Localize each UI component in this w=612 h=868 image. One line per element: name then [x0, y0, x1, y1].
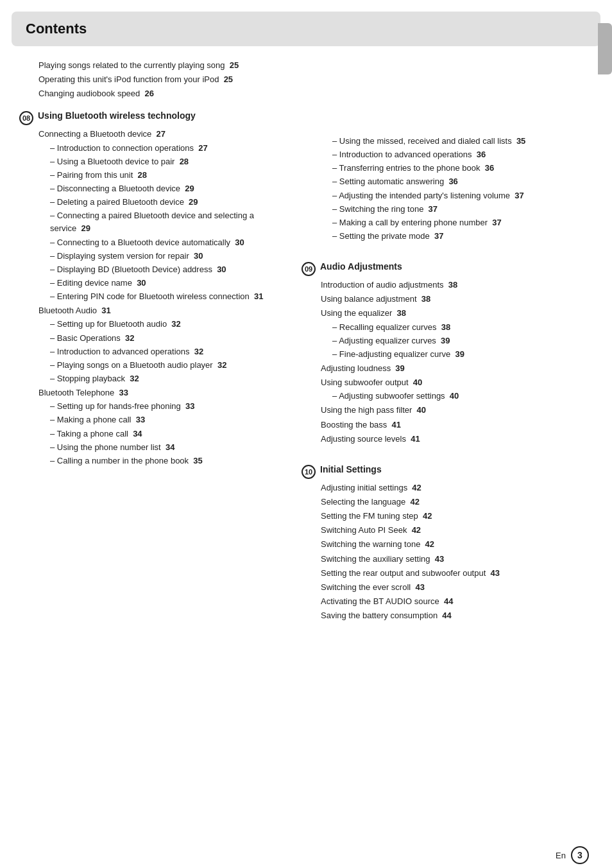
list-item: Adjusting source levels 41: [321, 433, 584, 446]
list-item: Operating this unit's iPod function from…: [38, 73, 276, 86]
list-item: Bluetooth Audio 31: [38, 304, 276, 317]
footer-lang: En: [556, 851, 566, 860]
col-right: Using the missed, received and dialed ca…: [295, 58, 584, 623]
list-item: Adjusting the intended party's listening…: [332, 189, 584, 202]
list-item: Setting the FM tuning step 42: [321, 510, 584, 523]
list-item: Switching the auxiliary setting 43: [321, 553, 584, 566]
list-item: Stopping playback 32: [50, 372, 276, 385]
content-area: Playing songs related to the currently p…: [0, 46, 612, 642]
list-item: Switching the ring tone 37: [332, 203, 584, 216]
list-item: Playing songs related to the currently p…: [38, 59, 276, 72]
list-item: Introduction to advanced operations 32: [50, 345, 276, 358]
list-item: Bluetooth Telephone 33: [38, 386, 276, 399]
list-item: Connecting a Bluetooth device 27: [38, 128, 276, 141]
section-08-right-entries: Using the missed, received and dialed ca…: [302, 135, 584, 243]
section-number-09: 09: [302, 262, 316, 276]
footer-page: 3: [571, 846, 589, 864]
header: Contents: [12, 12, 600, 46]
list-item: Using the phone number list 34: [50, 441, 276, 454]
section-header-10: 10 Initial Settings: [302, 464, 584, 479]
list-item: Using subwoofer output 40: [321, 376, 584, 389]
section-08-entries: Connecting a Bluetooth device 27 Introdu…: [19, 128, 276, 467]
section-title-09: Audio Adjustments: [320, 261, 402, 272]
section-title-08: Using Bluetooth wireless technology: [38, 110, 196, 121]
section-number-08: 08: [19, 111, 33, 125]
list-item: Connecting a paired Bluetooth device and…: [50, 209, 276, 235]
list-item: Using balance adjustment 38: [321, 293, 584, 306]
list-item: Introduction to advanced operations 36: [332, 148, 584, 161]
list-item: Using a Bluetooth device to pair 28: [50, 155, 276, 168]
list-item: Recalling equalizer curves 38: [332, 321, 584, 334]
list-item: Switching Auto PI Seek 42: [321, 524, 584, 537]
list-item: Activating the BT AUDIO source 44: [321, 595, 584, 608]
list-item: Setting automatic answering 36: [332, 175, 584, 188]
list-item: Using the high pass filter 40: [321, 404, 584, 417]
list-item: Entering PIN code for Bluetooth wireless…: [50, 290, 276, 303]
list-item: Saving the battery consumption 44: [321, 609, 584, 622]
list-item: Playing songs on a Bluetooth audio playe…: [50, 359, 276, 372]
section-header-08: 08 Using Bluetooth wireless technology: [19, 110, 276, 125]
list-item: Adjusting subwoofer settings 40: [332, 390, 584, 403]
list-item: Using the equalizer 38: [321, 307, 584, 320]
list-item: Setting up for hands-free phoning 33: [50, 400, 276, 413]
section-header-09: 09 Audio Adjustments: [302, 261, 584, 276]
section-title-10: Initial Settings: [320, 464, 382, 474]
list-item: Basic Operations 32: [50, 332, 276, 345]
list-item: Changing audiobook speed 26: [38, 87, 276, 100]
right-tab-decoration: [598, 23, 612, 74]
list-item: Selecting the language 42: [321, 496, 584, 508]
list-item: Fine-adjusting equalizer curve 39: [332, 348, 584, 361]
list-item: Boosting the bass 41: [321, 419, 584, 431]
list-item: Transferring entries to the phone book 3…: [332, 162, 584, 175]
list-item: Displaying BD (Bluetooth Device) address…: [50, 263, 276, 276]
list-item: Making a call by entering phone number 3…: [332, 216, 584, 229]
list-item: Introduction to connection operations 27: [50, 142, 276, 155]
list-item: Making a phone call 33: [50, 413, 276, 426]
list-item: Using the missed, received and dialed ca…: [332, 135, 584, 148]
list-item: Displaying system version for repair 30: [50, 250, 276, 263]
list-item: Deleting a paired Bluetooth device 29: [50, 196, 276, 209]
col-left: Playing songs related to the currently p…: [19, 58, 295, 623]
list-item: Setting the rear output and subwoofer ou…: [321, 567, 584, 580]
footer: En 3: [556, 846, 589, 864]
list-item: Disconnecting a Bluetooth device 29: [50, 182, 276, 195]
list-item: Switching the ever scroll 43: [321, 581, 584, 594]
list-item: Pairing from this unit 28: [50, 169, 276, 182]
intro-entries: Playing songs related to the currently p…: [19, 59, 276, 100]
list-item: Adjusting loudness 39: [321, 362, 584, 375]
list-item: Adjusting initial settings 42: [321, 482, 584, 494]
list-item: Editing device name 30: [50, 277, 276, 290]
page-title: Contents: [26, 21, 87, 37]
list-item: Calling a number in the phone book 35: [50, 455, 276, 467]
section-10-entries: Adjusting initial settings 42 Selecting …: [302, 482, 584, 622]
list-item: Taking a phone call 34: [50, 428, 276, 440]
list-item: Setting the private mode 37: [332, 230, 584, 243]
list-item: Setting up for Bluetooth audio 32: [50, 318, 276, 331]
list-item: Connecting to a Bluetooth device automat…: [50, 236, 276, 249]
list-item: Introduction of audio adjustments 38: [321, 279, 584, 291]
page-wrapper: Contents Playing songs related to the cu…: [0, 12, 612, 868]
section-09-entries: Introduction of audio adjustments 38 Usi…: [302, 279, 584, 446]
list-item: Adjusting equalizer curves 39: [332, 334, 584, 347]
list-item: Switching the warning tone 42: [321, 538, 584, 551]
section-number-10: 10: [302, 465, 316, 479]
